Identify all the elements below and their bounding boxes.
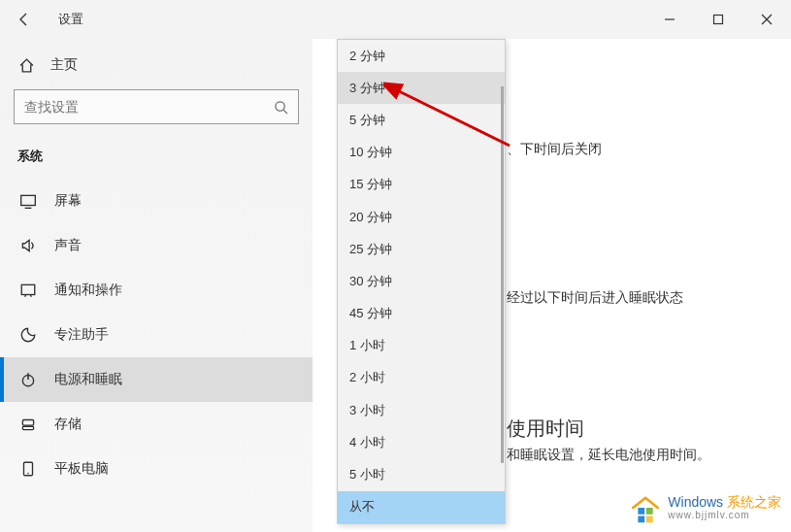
power-sleep-icon [17,371,39,388]
content-text-2: 经过以下时间后进入睡眠状态 [507,289,683,307]
watermark: Windows 系统之家 www.bjjmlv.com [629,491,781,524]
dropdown-option-7[interactable]: 30 分钟 [338,265,505,297]
watermark-brand: Windows 系统之家 [668,495,781,510]
nav-item-label: 专注助手 [54,326,109,344]
tablet-icon [17,460,39,478]
nav-item-label: 屏幕 [54,192,82,210]
dropdown-option-12[interactable]: 4 小时 [338,426,505,458]
close-button[interactable] [742,0,791,39]
svg-rect-19 [646,516,653,523]
svg-rect-6 [21,195,36,205]
svg-rect-18 [639,516,645,523]
content-text-1: 、下时间后关闭 [507,141,602,158]
dropdown-option-13[interactable]: 5 小时 [338,458,505,490]
nav-item-1[interactable]: 声音 [0,223,313,268]
back-button[interactable] [0,0,49,39]
dropdown-option-4[interactable]: 15 分钟 [338,169,505,201]
nav-item-5[interactable]: 存储 [0,402,313,447]
dropdown-scrollbar[interactable] [501,86,504,463]
display-icon [17,192,39,210]
storage-icon [17,416,39,433]
dropdown-option-0[interactable]: 2 分钟 [338,40,505,72]
search-input[interactable] [15,99,263,115]
minimize-button[interactable] [645,0,694,39]
dropdown-option-10[interactable]: 2 小时 [338,362,505,394]
maximize-button[interactable] [694,0,742,39]
search-icon [263,100,298,115]
content-heading: 使用时间 [507,416,584,442]
nav-item-6[interactable]: 平板电脑 [0,447,313,491]
svg-point-4 [275,101,283,110]
maximize-icon [712,14,724,25]
svg-rect-16 [639,508,645,515]
nav-item-label: 通知和操作 [54,282,122,299]
svg-rect-8 [21,284,35,294]
dropdown-option-3[interactable]: 10 分钟 [338,137,505,169]
back-arrow-icon [16,12,32,27]
section-label: 系统 [0,142,313,179]
focus-assist-icon [17,326,39,344]
close-icon [761,14,773,25]
search-box[interactable] [14,89,299,124]
window-title: 设置 [58,11,83,28]
nav-item-0[interactable]: 屏幕 [0,179,313,223]
svg-point-14 [27,473,29,475]
svg-rect-11 [22,420,33,426]
dropdown-option-11[interactable]: 3 小时 [338,394,505,426]
svg-rect-12 [22,426,33,429]
watermark-logo-icon [629,491,662,524]
nav-item-label: 存储 [54,416,82,433]
notifications-icon [17,282,39,299]
minimize-icon [664,14,676,25]
nav-item-2[interactable]: 通知和操作 [0,268,313,313]
nav-item-4[interactable]: 电源和睡眠 [0,357,313,402]
home-icon [17,57,35,74]
home-link[interactable]: 主页 [0,49,313,82]
sidebar: 主页 系统 屏幕声音通知和操作专注助手电源和睡眠存储平板电脑 [0,39,313,532]
svg-rect-17 [646,508,653,515]
svg-line-5 [283,110,287,114]
home-label: 主页 [50,56,78,74]
dropdown-option-9[interactable]: 1 小时 [338,330,505,362]
nav-item-3[interactable]: 专注助手 [0,313,313,357]
duration-dropdown[interactable]: 2 分钟3 分钟5 分钟10 分钟15 分钟20 分钟25 分钟30 分钟45 … [337,39,506,524]
nav-item-label: 声音 [54,237,82,254]
dropdown-option-8[interactable]: 45 分钟 [338,298,505,330]
dropdown-option-5[interactable]: 20 分钟 [338,201,505,233]
sound-icon [17,237,39,254]
nav-item-label: 平板电脑 [54,460,109,478]
nav-item-label: 电源和睡眠 [54,371,122,388]
dropdown-option-2[interactable]: 5 分钟 [338,104,505,136]
dropdown-option-1[interactable]: 3 分钟 [338,72,505,104]
dropdown-option-14[interactable]: 从不 [338,491,505,523]
watermark-url: www.bjjmlv.com [668,510,781,520]
window-controls [645,0,791,39]
svg-rect-1 [714,16,723,24]
content-text-3: 和睡眠设置，延长电池使用时间。 [507,447,710,464]
dropdown-option-6[interactable]: 25 分钟 [338,233,505,265]
